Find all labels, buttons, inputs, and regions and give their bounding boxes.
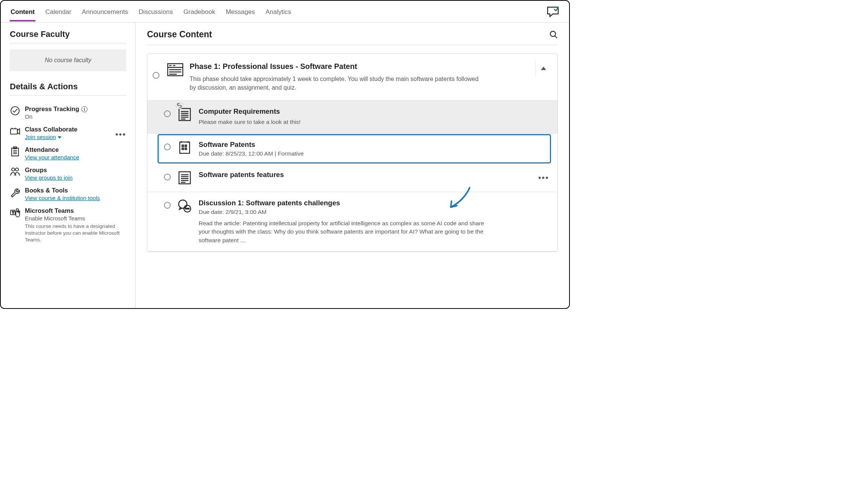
- sidebar-item-label: Attendance: [25, 146, 59, 153]
- item-title: Software Patents: [199, 141, 547, 149]
- search-icon[interactable]: [550, 31, 558, 39]
- divider: [10, 95, 126, 96]
- svg-point-4: [12, 168, 15, 171]
- sidebar-item-collaborate[interactable]: Class Collaborate Join session •••: [10, 122, 126, 142]
- tab-messages[interactable]: Messages: [226, 2, 255, 21]
- svg-text:T: T: [12, 211, 14, 214]
- svg-point-19: [188, 208, 189, 209]
- progress-indicator[interactable]: [164, 174, 171, 180]
- item-description: Please make sure to take a look at this!: [199, 118, 493, 126]
- svg-rect-1: [11, 129, 17, 134]
- module-icon: [167, 63, 184, 76]
- view-tools-link[interactable]: View course & institution tools: [25, 195, 126, 201]
- item-menu-icon[interactable]: •••: [538, 173, 549, 183]
- svg-point-17: [185, 208, 186, 209]
- wrench-icon: [10, 187, 20, 197]
- tab-announcements[interactable]: Announcements: [82, 2, 128, 21]
- discussion-icon: [178, 199, 192, 213]
- sidebar-item-sub: Enable Microsoft Teams: [25, 215, 126, 221]
- tab-gradebook[interactable]: Gradebook: [184, 2, 215, 21]
- top-nav: Content Calendar Announcements Discussio…: [1, 1, 569, 23]
- divider: [10, 43, 126, 43]
- item-meta: Due date: 2/9/21, 3:00 AM: [199, 209, 547, 215]
- sidebar-item-groups[interactable]: Groups View groups to join: [10, 163, 126, 183]
- content-item-software-patents[interactable]: Software Patents Due date: 8/25/23, 12:0…: [158, 134, 551, 163]
- sidebar: Course Faculty No course faculty Details…: [1, 23, 136, 308]
- assessment-icon: [178, 141, 192, 155]
- progress-indicator[interactable]: [153, 72, 159, 79]
- content-item-discussion-1[interactable]: Discussion 1: Software patents challenge…: [147, 192, 557, 252]
- sidebar-item-ms-teams[interactable]: T Microsoft Teams Enable Microsoft Teams…: [10, 203, 126, 246]
- sidebar-item-books-tools[interactable]: Books & Tools View course & institution …: [10, 183, 126, 203]
- teams-icon: T: [10, 207, 20, 218]
- sidebar-item-label: Groups: [25, 166, 47, 174]
- chat-icon[interactable]: [546, 6, 559, 17]
- progress-indicator[interactable]: [164, 110, 171, 117]
- view-groups-link[interactable]: View groups to join: [25, 174, 126, 181]
- item-meta: Due date: 8/25/23, 12:00 AM | Formative: [199, 150, 547, 157]
- tab-analytics[interactable]: Analytics: [265, 2, 291, 21]
- sidebar-item-label: Class Collaborate: [25, 126, 77, 133]
- people-icon: [10, 166, 20, 177]
- sidebar-item-progress-tracking[interactable]: Progress Tracking i On: [10, 102, 126, 122]
- module-title: Phase 1: Professional Issues - Software …: [190, 62, 547, 71]
- collapse-button[interactable]: [536, 61, 551, 76]
- chevron-up-icon: [541, 67, 546, 70]
- view-attendance-link[interactable]: View your attendance: [25, 154, 126, 160]
- sidebar-item-label: Books & Tools: [25, 187, 68, 194]
- faculty-empty-message: No course faculty: [10, 49, 126, 71]
- item-title: Discussion 1: Software patents challenge…: [199, 199, 547, 207]
- module-description: This phase should take approximately 1 w…: [190, 75, 484, 92]
- item-title: Software patents features: [199, 171, 547, 179]
- item-description: Read the article: Patenting intellectual…: [199, 219, 493, 244]
- svg-point-10: [550, 31, 556, 37]
- clipboard-icon: [10, 146, 20, 157]
- content-item-software-patents-features[interactable]: Software patents features •••: [147, 164, 557, 192]
- info-icon[interactable]: i: [81, 106, 87, 112]
- svg-point-18: [187, 208, 188, 209]
- svg-point-15: [179, 200, 187, 208]
- content-item-computer-requirements[interactable]: Computer Requirements Please make sure t…: [147, 101, 557, 133]
- page-title: Course Content: [147, 29, 212, 40]
- document-icon: [178, 107, 192, 122]
- sidebar-item-attendance[interactable]: Attendance View your attendance: [10, 142, 126, 163]
- item-title: Computer Requirements: [199, 107, 547, 116]
- svg-point-0: [11, 107, 19, 115]
- tab-calendar[interactable]: Calendar: [45, 2, 71, 21]
- tab-content[interactable]: Content: [11, 2, 35, 21]
- module-phase1: Phase 1: Professional Issues - Software …: [147, 53, 558, 252]
- main-content: Course Content Phase 1: Professional Iss…: [136, 23, 569, 308]
- caret-down-icon: [58, 136, 61, 139]
- check-circle-icon: [10, 105, 20, 116]
- sidebar-item-label: Microsoft Teams: [25, 207, 74, 214]
- sidebar-item-info: This course needs to have a designated i…: [25, 223, 126, 244]
- tab-discussions[interactable]: Discussions: [139, 2, 173, 21]
- join-session-link[interactable]: Join session: [25, 134, 126, 140]
- progress-indicator[interactable]: [164, 144, 171, 150]
- document-icon: [178, 171, 192, 185]
- sidebar-item-sub: On: [25, 113, 126, 120]
- sidebar-item-label: Progress Tracking: [25, 105, 79, 113]
- more-menu-icon[interactable]: •••: [115, 130, 126, 139]
- progress-indicator[interactable]: [164, 202, 171, 209]
- link-badge-icon: [175, 102, 184, 109]
- camera-icon: [10, 126, 20, 136]
- module-header[interactable]: Phase 1: Professional Issues - Software …: [147, 54, 557, 101]
- details-actions-heading: Details & Actions: [10, 82, 126, 92]
- svg-point-5: [15, 168, 18, 171]
- faculty-heading: Course Faculty: [10, 29, 126, 39]
